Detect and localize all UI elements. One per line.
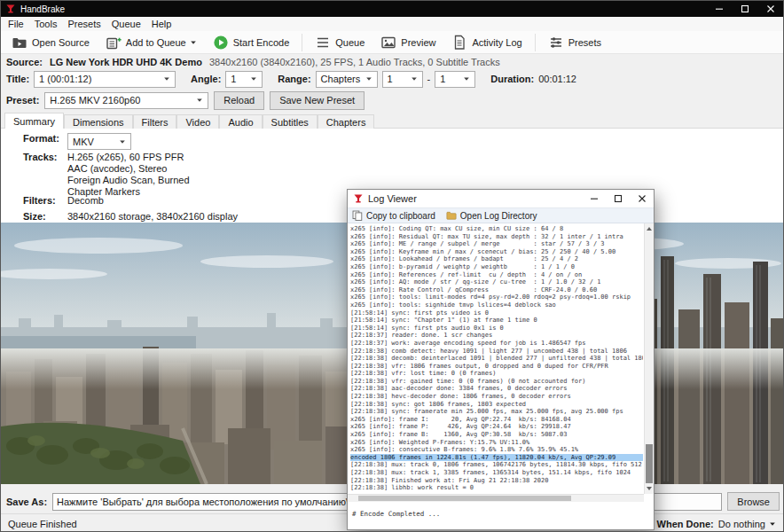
window-controls (706, 1, 783, 17)
menu-item-queue[interactable]: Queue (106, 18, 146, 30)
log-line: x265 [info]: ME / range / subpel / merge… (350, 240, 643, 248)
activity-log-icon (451, 35, 467, 51)
tab-video[interactable]: Video (176, 114, 219, 129)
title-select[interactable]: 1 (00:01:12) (34, 71, 176, 88)
caret-down-icon (115, 138, 126, 145)
caret-down-icon (160, 75, 170, 82)
copy-to-clipboard-button[interactable]: Copy to clipboard (352, 210, 435, 221)
when-done-value: Do nothing (718, 519, 765, 529)
angle-select-value: 1 (231, 74, 236, 84)
menu-item-presets[interactable]: Presets (62, 18, 106, 30)
activity-log-button[interactable]: Activity Log (444, 32, 529, 53)
log-line: [21:58:14] sync: first pts video is 0 (350, 309, 643, 317)
tab-chapters[interactable]: Chapters (318, 114, 375, 129)
start-encode-button[interactable]: Start Encode (206, 32, 297, 53)
format-select[interactable]: MKV (67, 133, 131, 150)
log-viewer-title-bar: Log Viewer (348, 190, 654, 207)
tab-audio[interactable]: Audio (219, 114, 262, 129)
source-details: 3840x2160 (3840x2160), 25 FPS, 1 Audio T… (209, 57, 500, 67)
close-button[interactable] (757, 1, 783, 17)
activity-log-label: Activity Log (472, 37, 521, 48)
menu-item-file[interactable]: File (3, 18, 29, 30)
close-button[interactable] (630, 190, 654, 207)
minimize-button[interactable] (582, 190, 606, 207)
add-to-queue-icon (106, 35, 122, 51)
caret-down-icon (362, 75, 372, 82)
preview-button[interactable]: Preview (373, 32, 443, 53)
log-line: x265 [info]: consecutive B-frames: 9.6% … (350, 446, 643, 454)
vertical-scrollbar-thumb[interactable] (646, 444, 653, 483)
browse-button[interactable]: Browse (727, 492, 780, 511)
log-text[interactable]: x265 [info]: Coding QT: max CU size, min… (348, 223, 643, 494)
preset-select[interactable]: H.265 MKV 2160p60 (44, 92, 208, 109)
log-line: x265 [info]: tools: signhide tmvp lslice… (350, 301, 643, 309)
tab-filters[interactable]: Filters (133, 114, 177, 129)
log-line: x265 [info]: Weighted P-Frames: Y:15.7% … (350, 439, 643, 447)
handbrake-window: HandBrake FileToolsPresetsQueueHelp Open… (0, 0, 784, 532)
preset-select-value: H.265 MKV 2160p60 (50, 95, 140, 106)
log-line: [22:18:38] sync: framerate min 25.000 fp… (350, 408, 643, 416)
presets-button[interactable]: Presets (541, 32, 608, 53)
encode-completed-text: # Encode Completed ... (352, 510, 440, 518)
title-label: Title: (6, 74, 29, 84)
caret-down-icon (407, 75, 418, 82)
horizontal-scrollbar-thumb[interactable] (358, 496, 571, 501)
range-end-value: 1 (440, 74, 445, 84)
log-viewer-controls (582, 190, 654, 207)
queue-button[interactable]: Queue (308, 32, 372, 53)
toolbar: Open SourceAdd to QueueStart EncodeQueue… (1, 31, 783, 54)
log-line: [22:18:38] sync: got 1806 frames, 1803 e… (350, 401, 643, 409)
scroll-down-arrow-icon[interactable] (647, 487, 652, 490)
size-label: Size: (23, 211, 67, 222)
log-line: x265 [info]: Rate Control / qCompress : … (350, 286, 643, 294)
maximize-button[interactable] (606, 190, 630, 207)
preset-label: Preset: (6, 95, 39, 106)
log-horizontal-scrollbar[interactable] (348, 494, 644, 502)
range-end-select[interactable]: 1 (435, 71, 475, 88)
open-source-icon (12, 35, 27, 51)
copy-to-clipboard-label: Copy to clipboard (366, 211, 435, 221)
when-done-select[interactable]: Do nothing (718, 519, 776, 529)
log-line: [22:18:38] vfr: 1806 frames output, 0 dr… (350, 363, 643, 371)
tab-dimensions[interactable]: Dimensions (64, 114, 132, 129)
add-to-queue-label: Add to Queue (126, 37, 186, 48)
menu-item-help[interactable]: Help (146, 18, 177, 30)
log-line: x265 [info]: Lookahead / bframes / badap… (350, 255, 643, 263)
filters-label: Filters: (23, 195, 67, 206)
open-source-label: Open Source (32, 37, 90, 48)
reload-button[interactable]: Reload (214, 91, 264, 110)
log-line: [22:18:37] reader: done. 1 scr changes (350, 332, 643, 340)
add-to-queue-button[interactable]: Add to Queue (98, 32, 204, 53)
tab-subtitles[interactable]: Subtitles (263, 114, 318, 129)
log-line: [21:58:14] sync: "Chapter 1" (1) at fram… (350, 317, 643, 325)
log-line: [22:18:38] hevc-decoder done: 1806 frame… (350, 393, 643, 401)
log-line: x265 [info]: Coding QT: max CU size, min… (350, 225, 643, 233)
log-line: [22:18:38] libhb: work result = 0 (350, 484, 643, 492)
tab-summary[interactable]: Summary (4, 113, 64, 129)
log-vertical-scrollbar[interactable] (644, 223, 654, 494)
range-label: Range: (278, 74, 310, 84)
source-name: LG New York HDR UHD 4K Demo (50, 57, 202, 67)
log-line: [22:18:38] Finished work at: Fri Aug 21 … (350, 477, 643, 485)
open-source-button[interactable]: Open Source (4, 32, 97, 53)
scroll-up-arrow-icon[interactable] (647, 227, 652, 231)
save-new-preset-button[interactable]: Save New Preset (270, 91, 365, 110)
range-start-select[interactable]: 1 (382, 71, 423, 88)
menu-item-tools[interactable]: Tools (29, 18, 63, 30)
queue-label: Queue (335, 37, 365, 48)
title-row: Title: 1 (00:01:12) Angle: 1 Range: Chap… (1, 70, 783, 88)
log-line: x265 [info]: tools: limit-modes rd=4 psy… (350, 293, 643, 301)
angle-select[interactable]: 1 (225, 71, 263, 88)
minimize-button[interactable] (706, 1, 732, 17)
caret-down-icon (192, 97, 203, 104)
filters-value: Decomb (67, 195, 104, 206)
range-type-select[interactable]: Chapters (316, 71, 378, 88)
when-done: When Done: Do nothing (657, 519, 776, 529)
log-line: x265 [info]: AQ: mode / str / qg-size / … (350, 278, 643, 286)
log-line: x265 [info]: Keyframe min / max / scenec… (350, 248, 643, 256)
track-line: H.265 (x265), 60 FPS PFR (67, 152, 190, 163)
open-log-directory-button[interactable]: Open Log Directory (446, 210, 537, 221)
log-line: x265 [info]: b-pyramid / weightp / weigh… (350, 263, 643, 271)
range-start-value: 1 (388, 74, 393, 84)
maximize-button[interactable] (732, 1, 757, 17)
